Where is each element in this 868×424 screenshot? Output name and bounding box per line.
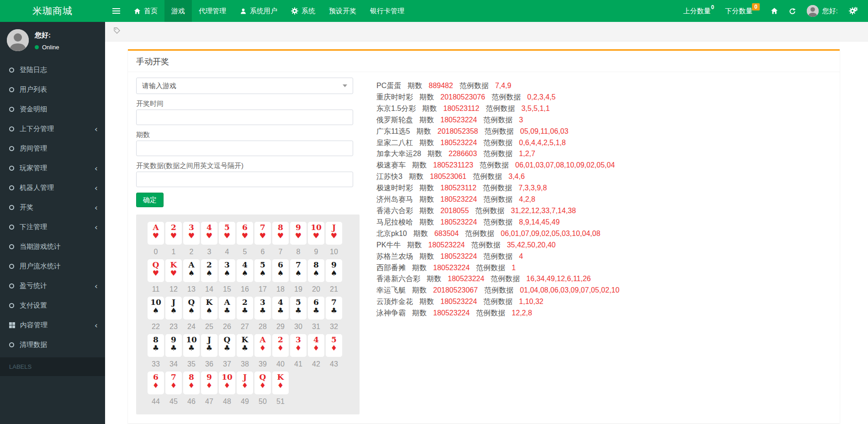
sidebar-item-robot-manage[interactable]: 机器人管理‹ (0, 178, 105, 198)
down-score-menu[interactable]: 下分数量0 (725, 7, 760, 16)
sample-label: 范例数据 (491, 275, 520, 283)
playing-card[interactable]: Q♥ (148, 259, 164, 282)
playing-card[interactable]: 4♥ (201, 222, 217, 245)
playing-card[interactable]: A♣ (219, 297, 235, 319)
sidebar-item-funds-detail[interactable]: 资金明细 (0, 99, 105, 119)
sidebar-item-room-manage[interactable]: 房间管理 (0, 139, 105, 158)
draw-time-input[interactable] (136, 110, 353, 125)
home-shortcut-icon[interactable] (771, 7, 778, 15)
sidebar-item-lottery-draw[interactable]: 开奖‹ (0, 198, 105, 217)
playing-card[interactable]: 5♣ (290, 297, 307, 319)
playing-card[interactable]: K♠ (201, 297, 217, 319)
playing-card[interactable]: 9♥ (290, 222, 307, 245)
nav-item-home[interactable]: 首页 (127, 0, 164, 22)
playing-card[interactable]: 7♠ (290, 259, 307, 282)
sidebar-item-content-manage[interactable]: 内容管理‹ (0, 315, 105, 335)
nav-item-agent-manage[interactable]: 代理管理 (192, 0, 233, 22)
playing-card[interactable]: 5♥ (219, 222, 235, 245)
card-index: 14 (201, 285, 217, 293)
playing-card[interactable]: J♠ (165, 297, 182, 319)
draw-data-input[interactable] (136, 172, 353, 187)
playing-card[interactable]: 10♥ (308, 222, 324, 245)
tag-icon[interactable] (113, 27, 121, 36)
sidebar-item-clean-data[interactable]: 清理数据 (0, 335, 105, 355)
playing-card[interactable]: 8♦ (183, 372, 200, 394)
game-row: 云顶炸金花期数180523224范例数据1,10,32 (376, 296, 831, 308)
playing-card[interactable]: 4♠ (237, 259, 253, 282)
playing-card[interactable]: 8♣ (148, 334, 164, 357)
sidebar-item-current-game-stats[interactable]: 当期游戏统计 (0, 237, 105, 256)
nav-item-bank-card-manage[interactable]: 银行卡管理 (363, 0, 411, 22)
sidebar-item-player-manage[interactable]: 玩家管理‹ (0, 158, 105, 178)
playing-card[interactable]: 9♠ (326, 259, 342, 282)
playing-card[interactable]: Q♣ (219, 334, 235, 357)
period-input[interactable] (136, 141, 353, 156)
playing-card[interactable]: K♥ (165, 259, 182, 282)
playing-card[interactable]: 5♦ (326, 334, 342, 357)
card-index: 19 (290, 285, 307, 293)
nav-item-system[interactable]: 系统 (284, 0, 322, 22)
playing-card[interactable]: 2♣ (237, 297, 253, 319)
up-score-menu[interactable]: 上分数量0 (683, 7, 714, 16)
playing-card[interactable]: 4♦ (308, 334, 324, 357)
playing-card[interactable]: Q♦ (254, 372, 271, 394)
game-row: 皇家二八杠期数180523224范例数据0,6,4,4,2,5,1,8 (376, 137, 831, 149)
playing-card[interactable]: 2♦ (272, 334, 289, 357)
playing-card[interactable]: J♣ (201, 334, 217, 357)
playing-card[interactable]: 2♠ (201, 259, 217, 282)
sidebar-item-user-flow-stats[interactable]: 用户流水统计 (0, 256, 105, 276)
sidebar-item-bet-manage[interactable]: 下注管理‹ (0, 217, 105, 237)
sidebar-item-user-list[interactable]: 用户列表 (0, 80, 105, 99)
playing-card[interactable]: J♦ (237, 372, 253, 394)
cogs-icon[interactable] (849, 7, 856, 15)
sidebar-item-login-log[interactable]: 登陆日志 (0, 60, 105, 80)
playing-card[interactable]: Q♠ (183, 297, 200, 319)
nav-item-games[interactable]: 游戏 (164, 0, 192, 22)
playing-card[interactable]: 4♣ (272, 297, 289, 319)
sidebar-item-payment-settings[interactable]: 支付设置 (0, 296, 105, 315)
playing-card[interactable]: 9♦ (201, 372, 217, 394)
playing-card[interactable]: 2♥ (165, 222, 182, 245)
playing-card[interactable]: A♠ (183, 259, 200, 282)
playing-card[interactable]: 10♠ (148, 297, 164, 319)
playing-card[interactable]: 6♠ (272, 259, 289, 282)
playing-card[interactable]: 3♦ (290, 334, 307, 357)
playing-card[interactable]: J♥ (326, 222, 342, 245)
sidebar-item-profit-stats[interactable]: 盈亏统计‹ (0, 276, 105, 296)
confirm-button[interactable]: 确定 (136, 193, 164, 207)
playing-card[interactable]: 6♥ (237, 222, 253, 245)
playing-card[interactable]: A♥ (148, 222, 164, 245)
playing-card[interactable]: K♣ (237, 334, 253, 357)
brand-logo[interactable]: 米珈商城 (0, 0, 105, 22)
playing-card[interactable]: 3♥ (183, 222, 200, 245)
sample-label: 范例数据 (483, 150, 513, 157)
game-row: 泳神争霸期数180523224范例数据12,2,8 (376, 308, 831, 319)
sample-value: 35,42,50,20,40 (507, 241, 556, 249)
period-label: 期数 (407, 241, 422, 249)
playing-card[interactable]: 7♣ (326, 297, 342, 319)
playing-card[interactable]: 10♣ (183, 334, 200, 357)
playing-card[interactable]: 7♦ (165, 372, 182, 394)
nav-item-system-users[interactable]: 系统用户 (233, 0, 284, 22)
nav-item-preset-draw[interactable]: 预设开奖 (322, 0, 363, 22)
playing-card[interactable]: 8♠ (308, 259, 324, 282)
sidebar-item-score-manage[interactable]: 上下分管理‹ (0, 119, 105, 139)
playing-card[interactable]: K♦ (272, 372, 289, 394)
card-rank: 5 (326, 334, 342, 344)
user-menu[interactable]: 您好: (807, 5, 838, 17)
playing-card[interactable]: 7♥ (254, 222, 271, 245)
refresh-icon[interactable] (789, 8, 796, 15)
game-select[interactable]: 请输入游戏 (136, 78, 353, 94)
playing-card[interactable]: 5♠ (254, 259, 271, 282)
game-row: 极速时时彩期数180523112范例数据7,3,3,9,8 (376, 183, 831, 194)
playing-card[interactable]: 10♦ (219, 372, 235, 394)
sidebar-toggle-button[interactable] (105, 0, 127, 22)
period-label: 期数 (136, 131, 361, 139)
playing-card[interactable]: 6♦ (148, 372, 164, 394)
playing-card[interactable]: 9♣ (165, 334, 182, 357)
playing-card[interactable]: 3♠ (219, 259, 235, 282)
playing-card[interactable]: A♦ (254, 334, 271, 357)
playing-card[interactable]: 3♣ (254, 297, 271, 319)
playing-card[interactable]: 8♥ (272, 222, 289, 245)
playing-card[interactable]: 6♣ (308, 297, 324, 319)
